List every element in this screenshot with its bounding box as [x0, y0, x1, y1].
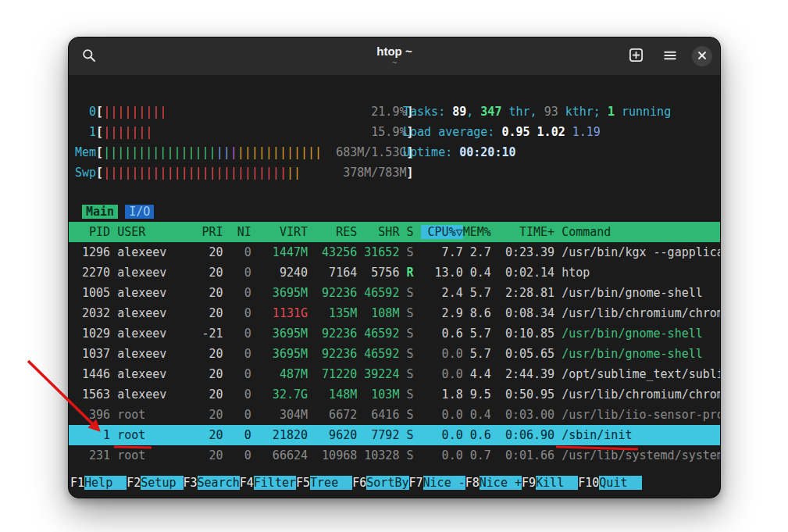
process-row[interactable]: 1005 alexeev 20 0 3695M 92236 46592 S 2.… [69, 283, 720, 303]
column-header-pri[interactable]: PRI [195, 225, 223, 239]
table-header: PID USER PRI NI VIRT RES SHR S CPU%▽MEM%… [69, 222, 720, 242]
stat-line: Uptime: 00:20:10 [397, 142, 671, 162]
fkey-action-f3[interactable]: Search [198, 476, 240, 490]
fkey-f7: F7 [409, 476, 423, 490]
fkey-action-f1[interactable]: Help [84, 476, 127, 490]
stat-line: Tasks: 89, 347 thr, 93 kthr; 1 running [397, 102, 671, 122]
fkey-action-f6[interactable]: SortBy [366, 476, 408, 490]
column-header-mem[interactable]: MEM% [463, 225, 491, 239]
column-header-s[interactable]: S [406, 225, 413, 239]
fkey-f3: F3 [184, 476, 198, 490]
window-title: htop ~ [376, 45, 412, 58]
fkey-f4: F4 [240, 476, 254, 490]
hamburger-menu-icon [663, 48, 677, 65]
function-key-bar: F1Help F2Setup F3SearchF4FilterF5Tree F6… [69, 473, 720, 493]
fkey-f10: F10 [578, 476, 599, 490]
window-subtitle: ~ [376, 59, 412, 68]
meter-swp: Swp[|||||||||||||||||||||||||||| 378M/78… [69, 162, 720, 183]
process-row-selected[interactable]: 1 root 20 0 21820 9620 7792 S 0.0 0.6 0:… [69, 425, 720, 445]
fkey-f9: F9 [522, 476, 536, 490]
fkey-action-f5[interactable]: Tree [310, 476, 352, 490]
stats: Tasks: 89, 347 thr, 93 kthr; 1 runningLo… [397, 102, 671, 162]
close-icon [697, 51, 707, 62]
close-button[interactable] [692, 46, 712, 66]
process-row[interactable]: 2270 alexeev 20 0 9240 7164 5756 R 13.0 … [69, 262, 720, 283]
fkey-f6: F6 [352, 476, 366, 490]
titlebar: htop ~ ~ [69, 37, 720, 75]
fkey-f8: F8 [465, 476, 480, 490]
process-row[interactable]: 1029 alexeev -21 0 3695M 92236 46592 S 0… [69, 323, 720, 344]
fkey-action-f10[interactable]: Quit [599, 476, 641, 490]
process-row[interactable]: 1563 alexeev 20 0 32.7G 148M 103M S 1.8 … [69, 384, 720, 405]
process-row[interactable]: 396 root 20 0 304M 6672 6416 S 0.0 0.4 0… [69, 405, 720, 425]
fkey-action-f2[interactable]: Setup [141, 476, 183, 490]
column-header-pid[interactable]: PID [75, 225, 110, 239]
column-header-cmd[interactable]: Command [562, 225, 611, 239]
fkey-f2: F2 [127, 476, 141, 490]
column-header-shr[interactable]: SHR [364, 225, 399, 239]
new-tab-button[interactable] [623, 44, 648, 69]
fkey-action-f4[interactable]: Filter [254, 476, 296, 490]
process-row[interactable]: 1446 alexeev 20 0 487M 71220 39224 S 0.0… [69, 364, 720, 384]
column-header-virt[interactable]: VIRT [259, 225, 308, 239]
window-controls [623, 44, 712, 69]
process-row[interactable]: 2032 alexeev 20 0 1131G 135M 108M S 2.9 … [69, 303, 720, 323]
new-tab-icon [629, 48, 644, 65]
window-title-group: htop ~ ~ [376, 45, 412, 67]
process-row[interactable]: 1296 alexeev 20 0 1447M 43256 31652 S 7.… [69, 242, 720, 262]
fkey-action-f8[interactable]: Nice + [480, 476, 522, 490]
terminal-content: 0[||||||||| 21.9%] 1[||||||| 15.9%]Mem[|… [69, 75, 720, 498]
fkey-f5: F5 [296, 476, 310, 490]
process-row[interactable]: 1037 alexeev 20 0 3695M 92236 46592 S 0.… [69, 344, 720, 364]
fkey-action-f9[interactable]: Kill [536, 476, 578, 490]
column-header-res[interactable]: RES [315, 225, 357, 239]
search-icon [82, 48, 96, 65]
fkey-f1: F1 [70, 476, 84, 490]
column-header-cpu[interactable]: CPU%▽ [421, 225, 463, 239]
tab-io[interactable]: I/O [125, 205, 154, 219]
fkey-action-f7[interactable]: Nice - [423, 476, 465, 490]
column-header-ni[interactable]: NI [230, 225, 251, 239]
column-header-time[interactable]: TIME+ [498, 225, 554, 239]
process-row[interactable]: 231 root 20 0 66624 10968 10328 S 0.0 0.… [69, 445, 720, 466]
console-window: htop ~ ~ [68, 37, 721, 498]
tab-main[interactable]: Main [82, 205, 118, 219]
screen-tabs: Main I/O [69, 202, 720, 222]
menu-button[interactable] [658, 44, 683, 69]
stat-line: Load average: 0.95 1.02 1.19 [397, 122, 671, 142]
process-table-body: 1296 alexeev 20 0 1447M 43256 31652 S 7.… [69, 242, 720, 466]
search-button[interactable] [77, 44, 102, 69]
column-header-user[interactable]: USER [117, 225, 187, 239]
